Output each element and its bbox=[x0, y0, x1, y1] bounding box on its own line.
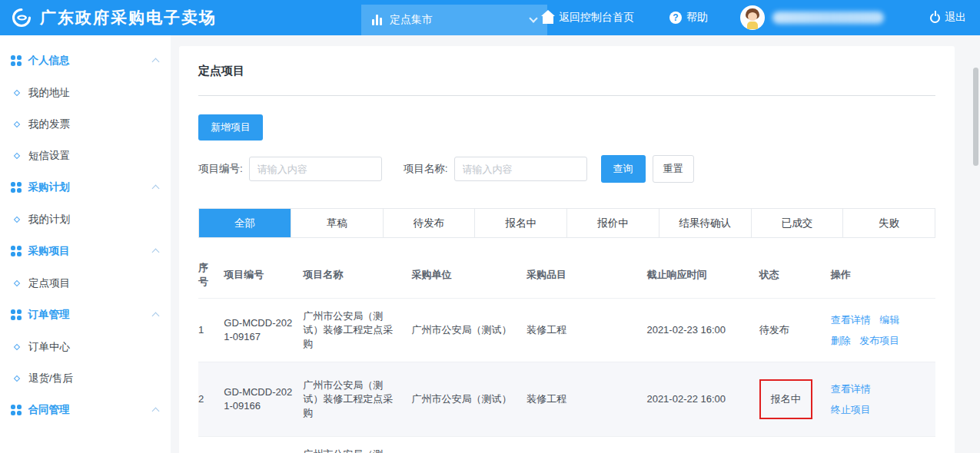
status-tabs: 全部 草稿 待发布 报名中 报价中 结果待确认 已成交 失败 bbox=[198, 208, 935, 238]
chevron-up-icon bbox=[152, 408, 160, 415]
help-link[interactable]: ? 帮助 bbox=[669, 11, 708, 25]
reset-button[interactable]: 重置 bbox=[653, 155, 694, 183]
cell-actions: 查看详情 编辑 删除 发布项目 bbox=[831, 299, 935, 362]
col-header-deadline: 截止响应时间 bbox=[646, 253, 759, 299]
section-label: 合同管理 bbox=[28, 403, 70, 417]
tab-failed[interactable]: 失败 bbox=[843, 209, 935, 237]
market-dropdown-label: 定点集市 bbox=[390, 13, 433, 27]
terminate-project-link[interactable]: 终止项目 bbox=[831, 404, 871, 415]
help-label: 帮助 bbox=[686, 11, 708, 25]
help-icon: ? bbox=[669, 12, 682, 24]
item-label: 退货/售后 bbox=[28, 372, 73, 385]
delete-link[interactable]: 删除 bbox=[831, 335, 851, 346]
tab-closed[interactable]: 已成交 bbox=[752, 209, 844, 237]
view-details-link[interactable]: 查看详情 bbox=[831, 314, 871, 326]
tab-draft[interactable]: 草稿 bbox=[291, 209, 384, 237]
item-label: 订单中心 bbox=[28, 340, 70, 354]
cell-index: 2 bbox=[198, 362, 224, 437]
cell-category: 装修工程 bbox=[527, 362, 646, 437]
grid-icon bbox=[11, 182, 22, 193]
cell-project-name: 广州市公安局（测试）装修工程定点采购 bbox=[303, 437, 411, 453]
cell-status: 报名中 bbox=[759, 362, 831, 437]
chevron-up-icon bbox=[152, 312, 160, 320]
status-text: 待发布 bbox=[759, 324, 789, 336]
vertical-scrollbar-thumb[interactable] bbox=[973, 68, 978, 166]
top-header: 广东政府采购电子卖场 定点集市 返回控制台首页 ? 帮助 退出 bbox=[0, 0, 980, 35]
status-highlight-red-box: 报名中 bbox=[759, 379, 812, 419]
cell-category: 装修工程 bbox=[527, 299, 646, 362]
tab-all[interactable]: 全部 bbox=[199, 209, 291, 237]
table-row: 3 GD-MCDD-2021-09165 广州市公安局（测试）装修工程定点采购 … bbox=[198, 437, 935, 453]
sidebar-section-personal-info[interactable]: 个人信息 bbox=[0, 45, 171, 77]
sidebar-item-fixed-point-project[interactable]: 定点项目 bbox=[0, 267, 171, 299]
project-name-input[interactable] bbox=[454, 157, 587, 181]
item-label: 我的地址 bbox=[28, 86, 70, 100]
logout-label: 退出 bbox=[945, 11, 966, 25]
cell-status: 待发布 bbox=[759, 299, 831, 362]
col-header-index: 序号 bbox=[198, 253, 224, 299]
col-header-status: 状态 bbox=[759, 253, 831, 299]
user-avatar[interactable] bbox=[740, 5, 765, 30]
console-home-label: 返回控制台首页 bbox=[559, 11, 634, 25]
sidebar-item-my-invoice[interactable]: 我的发票 bbox=[0, 108, 171, 140]
status-text: 报名中 bbox=[771, 393, 801, 405]
console-home-link[interactable]: 返回控制台首页 bbox=[543, 11, 634, 25]
brand-logo-icon bbox=[11, 7, 32, 28]
section-label: 采购计划 bbox=[28, 180, 70, 194]
tab-result-pending[interactable]: 结果待确认 bbox=[659, 209, 752, 237]
sidebar-item-order-center[interactable]: 订单中心 bbox=[0, 331, 171, 362]
diamond-icon bbox=[14, 216, 20, 222]
cell-project-no: GD-MCDD-2021-09166 bbox=[224, 362, 303, 437]
grid-icon bbox=[11, 405, 22, 415]
cell-purchaser: 广州市公安局（测试） bbox=[412, 299, 527, 362]
project-no-input[interactable] bbox=[249, 157, 382, 181]
sidebar-section-purchase-plan[interactable]: 采购计划 bbox=[0, 171, 171, 203]
sidebar-section-purchase-project[interactable]: 采购项目 bbox=[0, 235, 171, 267]
add-project-button[interactable]: 新增项目 bbox=[198, 114, 263, 141]
projects-table: 序号 项目编号 项目名称 采购单位 采购品目 截止响应时间 状态 操作 1 GD… bbox=[198, 253, 935, 453]
cell-index: 3 bbox=[198, 437, 224, 453]
diamond-icon bbox=[14, 279, 20, 286]
home-icon bbox=[543, 15, 553, 24]
cell-purchaser: 广州市公安局（测试） bbox=[412, 437, 527, 453]
col-header-actions: 操作 bbox=[831, 253, 935, 299]
cell-deadline: 2021-02-23 16:00 bbox=[646, 299, 759, 362]
item-label: 我的计划 bbox=[28, 213, 70, 226]
cell-deadline: 2021-02-22 16:00 bbox=[646, 362, 759, 437]
search-button[interactable]: 查询 bbox=[601, 155, 646, 183]
sidebar-section-order-management[interactable]: 订单管理 bbox=[0, 299, 171, 331]
col-header-category: 采购品目 bbox=[527, 253, 646, 299]
logout-link[interactable]: 退出 bbox=[930, 11, 966, 25]
diamond-icon bbox=[14, 89, 20, 95]
sidebar-item-my-plan[interactable]: 我的计划 bbox=[0, 203, 171, 235]
diamond-icon bbox=[14, 152, 20, 158]
sidebar-item-sms-settings[interactable]: 短信设置 bbox=[0, 140, 171, 171]
brand: 广东政府采购电子卖场 bbox=[11, 7, 349, 28]
market-dropdown[interactable]: 定点集市 bbox=[361, 5, 547, 35]
diamond-icon bbox=[14, 343, 20, 349]
sidebar: 个人信息 我的地址 我的发票 短信设置 采购计划 我的计划 采购项目 定点项目 … bbox=[0, 35, 171, 453]
diamond-icon bbox=[14, 375, 20, 381]
cell-actions: 查看详情 终止项目 bbox=[831, 437, 935, 453]
chevron-up-icon bbox=[152, 249, 160, 256]
table-row: 2 GD-MCDD-2021-09166 广州市公安局（测试）装修工程定点采购 … bbox=[198, 362, 935, 437]
tab-quoting[interactable]: 报价中 bbox=[567, 209, 659, 237]
item-label: 定点项目 bbox=[28, 276, 70, 290]
diamond-icon bbox=[14, 121, 20, 127]
section-label: 采购项目 bbox=[28, 244, 70, 258]
sidebar-section-contract-management[interactable]: 合同管理 bbox=[0, 394, 171, 426]
sidebar-item-my-address[interactable]: 我的地址 bbox=[0, 77, 171, 108]
tab-registering[interactable]: 报名中 bbox=[475, 209, 567, 237]
publish-project-link[interactable]: 发布项目 bbox=[859, 335, 899, 346]
main-content-card: 定点项目 新增项目 项目编号: 项目名称: 查询 重置 全部 草稿 待发布 报名… bbox=[179, 46, 955, 453]
edit-link[interactable]: 编辑 bbox=[879, 314, 899, 326]
tab-pending-publish[interactable]: 待发布 bbox=[384, 209, 476, 237]
grid-icon bbox=[11, 55, 22, 66]
project-no-label: 项目编号: bbox=[198, 162, 243, 176]
cell-project-no: GD-MCDD-2021-09167 bbox=[224, 299, 303, 362]
grid-icon bbox=[11, 309, 22, 320]
sidebar-item-returns-aftersales[interactable]: 退货/售后 bbox=[0, 362, 171, 394]
view-details-link[interactable]: 查看详情 bbox=[831, 383, 871, 395]
cell-project-name: 广州市公安局（测试）装修工程定点采购 bbox=[303, 299, 411, 362]
item-label: 短信设置 bbox=[28, 149, 70, 163]
